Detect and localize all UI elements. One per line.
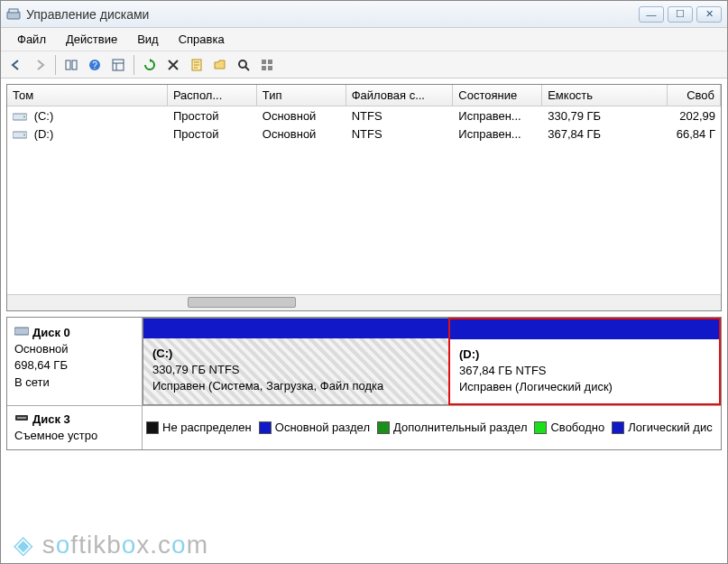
settings-button[interactable]: [257, 55, 277, 75]
partition-status: Исправен (Логический диск): [459, 379, 710, 395]
volume-capacity: 330,79 ГБ: [542, 107, 667, 125]
menu-help[interactable]: Справка: [170, 30, 234, 49]
volume-free: 202,99: [668, 107, 721, 125]
svg-point-16: [23, 134, 25, 136]
title-bar: Управление дисками — ☐ ✕: [1, 1, 727, 28]
volume-row[interactable]: (D:) Простой Основной NTFS Исправен... 3…: [7, 125, 721, 143]
volume-layout: Простой: [168, 125, 257, 143]
legend-extended: Дополнительный раздел: [393, 421, 528, 434]
legend-primary: Основной раздел: [275, 421, 370, 434]
legend-swatch-logical: [612, 421, 624, 434]
disk-label[interactable]: Диск 0 Основной 698,64 ГБ В сети: [7, 318, 143, 405]
disk-type: Основной: [14, 341, 134, 357]
window-title: Управление дисками: [26, 7, 149, 22]
view-layout-button[interactable]: [61, 55, 81, 75]
col-volume[interactable]: Том: [7, 85, 168, 106]
open-button[interactable]: [210, 55, 230, 75]
svg-text:?: ?: [92, 60, 97, 70]
watermark: ◈ softikbox.com: [14, 530, 208, 559]
volume-free: 66,84 Г: [668, 125, 721, 143]
svg-rect-12: [268, 66, 272, 70]
volume-name: (C:): [34, 109, 54, 123]
volume-list: Том Распол... Тип Файловая с... Состояни…: [6, 84, 722, 311]
partition-stripe: [450, 319, 719, 339]
svg-rect-1: [9, 9, 18, 13]
volume-status: Исправен...: [453, 125, 542, 143]
volume-type: Основной: [257, 107, 346, 125]
delete-button[interactable]: [163, 55, 183, 75]
svg-rect-10: [268, 60, 272, 64]
disk-state: В сети: [14, 374, 134, 391]
legend-swatch-free: [534, 421, 547, 434]
scrollbar-thumb[interactable]: [188, 297, 296, 308]
drive-icon: [13, 111, 27, 122]
volume-name: (D:): [34, 127, 54, 141]
col-capacity[interactable]: Емкость: [542, 85, 667, 106]
help-button[interactable]: ?: [85, 55, 105, 75]
legend-unallocated: Не распределен: [162, 421, 252, 434]
volume-status: Исправен...: [453, 107, 542, 125]
menu-view[interactable]: Вид: [128, 30, 168, 49]
volume-fs: NTFS: [346, 107, 454, 125]
disk-icon: [14, 325, 29, 341]
col-free[interactable]: Своб: [668, 85, 721, 106]
volume-header: Том Распол... Тип Файловая с... Состояни…: [7, 85, 721, 106]
forward-button[interactable]: [30, 55, 50, 75]
legend-swatch-unallocated: [146, 421, 159, 434]
svg-rect-19: [17, 417, 26, 419]
horizontal-scrollbar[interactable]: [7, 294, 721, 310]
partition-info: 367,84 ГБ NTFS: [459, 363, 710, 379]
refresh-button[interactable]: [140, 55, 160, 75]
toolbar: ?: [1, 51, 727, 79]
legend-swatch-primary: [259, 421, 272, 434]
partition-info: 330,79 ГБ NTFS: [152, 362, 439, 378]
svg-rect-17: [14, 328, 29, 335]
legend-logical: Логический дис: [628, 421, 712, 434]
svg-point-8: [239, 60, 246, 68]
disk-icon: [14, 411, 29, 428]
search-button[interactable]: [234, 55, 253, 75]
svg-rect-2: [66, 60, 70, 69]
close-button[interactable]: ✕: [696, 6, 722, 23]
disk-name: Диск 0: [32, 325, 70, 341]
partition-d[interactable]: (D:) 367,84 ГБ NTFS Исправен (Логический…: [448, 318, 721, 405]
volume-row[interactable]: (C:) Простой Основной NTFS Исправен... 3…: [7, 106, 721, 125]
col-filesystem[interactable]: Файловая с...: [346, 85, 454, 106]
partition-c[interactable]: (C:) 330,79 ГБ NTFS Исправен (Система, З…: [143, 318, 448, 405]
col-status[interactable]: Состояние: [453, 85, 542, 106]
col-type[interactable]: Тип: [257, 85, 346, 106]
svg-rect-6: [113, 60, 124, 70]
partition-label: (D:): [459, 347, 710, 363]
show-hide-button[interactable]: [108, 55, 128, 75]
svg-point-14: [23, 116, 25, 118]
disk-name: Диск 3: [32, 411, 70, 428]
menu-action[interactable]: Действие: [57, 30, 126, 49]
separator: [134, 55, 134, 75]
volume-layout: Простой: [168, 107, 257, 125]
disk-graphical-view: Диск 0 Основной 698,64 ГБ В сети (C:) 33…: [6, 317, 722, 450]
menu-file[interactable]: Файл: [8, 30, 55, 49]
drive-icon: [13, 129, 27, 140]
maximize-button[interactable]: ☐: [668, 6, 693, 23]
separator: [55, 55, 56, 75]
partition-status: Исправен (Система, Загрузка, Файл подка: [152, 378, 439, 394]
minimize-button[interactable]: —: [639, 6, 664, 23]
svg-rect-11: [262, 66, 266, 70]
app-icon: [6, 7, 21, 22]
col-layout[interactable]: Распол...: [168, 85, 257, 106]
back-button[interactable]: [6, 55, 26, 75]
menu-bar: Файл Действие Вид Справка: [1, 28, 727, 51]
volume-type: Основной: [257, 125, 346, 143]
disk-label[interactable]: Диск 3 Съемное устро: [7, 406, 143, 449]
volume-capacity: 367,84 ГБ: [542, 125, 667, 143]
partition-stripe: [143, 319, 448, 338]
disk-type: Съемное устро: [14, 428, 134, 444]
svg-rect-3: [72, 60, 77, 69]
properties-button[interactable]: [187, 55, 207, 75]
volume-fs: NTFS: [346, 125, 454, 143]
legend-free: Свободно: [550, 421, 604, 434]
disk-size: 698,64 ГБ: [14, 357, 134, 374]
partition-label: (C:): [152, 346, 439, 362]
svg-rect-9: [262, 60, 266, 64]
legend-swatch-extended: [377, 421, 390, 434]
